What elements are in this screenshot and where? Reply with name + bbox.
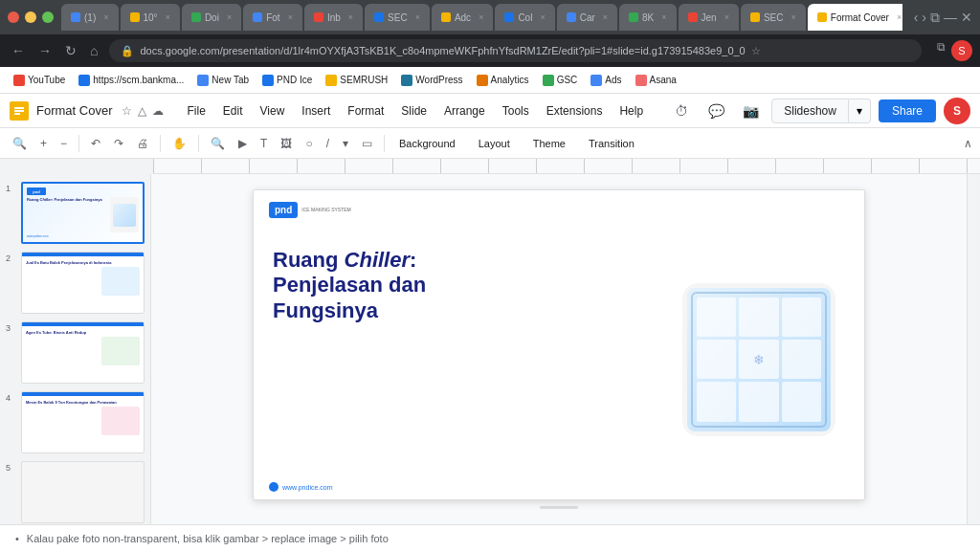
profile-icon[interactable]: S <box>951 40 972 61</box>
slide-item-1[interactable]: 1 pnd Ruang Chiller: Penjelasan dan Fung… <box>6 182 145 244</box>
menu-edit[interactable]: Edit <box>215 101 251 121</box>
tab-12[interactable]: SEC × <box>741 4 806 31</box>
scroll-indicator <box>540 506 578 509</box>
bookmark-gsc[interactable]: GSC <box>537 73 584 88</box>
tab-3[interactable]: Doi × <box>182 4 241 31</box>
image-tool[interactable]: 🖼 <box>276 135 297 152</box>
cloud-icon[interactable]: ☁ <box>152 104 164 118</box>
toolbar-collapse[interactable]: ∧ <box>964 137 972 150</box>
slide-text-area[interactable]: Ruang Chiller: Penjelasan dan Fungsinya <box>273 248 654 471</box>
zoom-percent-tool[interactable]: 🔍 <box>206 135 230 152</box>
comment-icon[interactable]: 💬 <box>702 98 729 124</box>
tab-6[interactable]: SEC × <box>365 4 430 31</box>
slide-thumb-1[interactable]: pnd Ruang Chiller: Penjelasan dan Fungsi… <box>21 182 145 244</box>
shape-tool[interactable]: ○ <box>301 135 317 152</box>
slide-item-3[interactable]: 3 Agen Es Tube: Bisnis Anti Redup <box>6 321 145 384</box>
slide-item-4[interactable]: 4 Mesin Es Balok 9 Ton Keuntungan dan Pe… <box>6 391 145 453</box>
line-tool[interactable]: / <box>322 135 334 152</box>
undo-tool[interactable]: ↶ <box>86 135 105 152</box>
menu-arrange[interactable]: Arrange <box>436 101 493 121</box>
tab-9[interactable]: Car × <box>557 4 617 31</box>
share-button[interactable]: Share <box>879 99 936 122</box>
chiller-image: ❄ <box>682 283 835 436</box>
tab-11[interactable]: Jen × <box>679 4 739 31</box>
tab-1[interactable]: (1) × <box>61 4 119 31</box>
avatar[interactable]: S <box>944 98 970 124</box>
logo-text: pnd <box>275 205 292 215</box>
tab-nav-left-icon[interactable]: ‹ <box>914 10 919 26</box>
tab-format-active[interactable]: Format Cover × <box>808 4 902 31</box>
menu-slide[interactable]: Slide <box>393 101 434 121</box>
slide-item-2[interactable]: 2 Jual Es Batu Balok Penjelasannya di In… <box>6 252 145 314</box>
background-button[interactable]: Background <box>391 135 463 152</box>
browser-chrome: (1) × 10° × Doi × Fot × Inb × SEC × <box>0 0 980 34</box>
star-icon[interactable]: ☆ <box>122 104 132 118</box>
theme-button[interactable]: Theme <box>525 135 573 152</box>
bookmark-asana[interactable]: Asana <box>630 73 682 88</box>
bookmark-pndice[interactable]: PND Ice <box>256 73 318 88</box>
slideshow-dropdown-button[interactable]: ▾ <box>849 99 871 123</box>
bookmark-semrush[interactable]: SEMRUSH <box>320 73 393 88</box>
text-tool[interactable]: T <box>256 135 272 152</box>
bookmark-youtube[interactable]: YouTube <box>8 73 71 88</box>
slide-thumb-3[interactable]: Agen Es Tube: Bisnis Anti Redup <box>21 321 145 384</box>
embed-tool[interactable]: ▭ <box>357 135 377 152</box>
slide-thumb-2[interactable]: Jual Es Batu Balok Penjelasannya di Indo… <box>21 252 145 314</box>
tab-10[interactable]: 8K × <box>619 4 677 31</box>
drive-icon[interactable]: △ <box>138 104 146 118</box>
cursor-tool[interactable]: ▶ <box>234 135 252 152</box>
print-tool[interactable]: 🖨 <box>132 135 153 152</box>
menu-view[interactable]: View <box>253 101 293 121</box>
bookmark-scm[interactable]: https://scm.bankma... <box>73 73 189 88</box>
transition-button[interactable]: Transition <box>581 135 642 152</box>
url-bar[interactable]: 🔒 docs.google.com/presentation/d/1lr4mOY… <box>109 39 922 62</box>
separator-2 <box>160 135 161 152</box>
menu-tools[interactable]: Tools <box>495 101 537 121</box>
slide-image-area[interactable]: ❄ <box>673 248 845 471</box>
bookmark-analytics[interactable]: Analytics <box>471 73 535 88</box>
slide-thumb-5[interactable] <box>21 461 145 523</box>
tab-7[interactable]: Adc × <box>432 4 494 31</box>
menu-help[interactable]: Help <box>612 101 651 121</box>
forward-icon[interactable]: → <box>34 41 56 60</box>
minimize-button[interactable] <box>25 11 36 23</box>
tab-8[interactable]: Col × <box>495 4 554 31</box>
restore-icon[interactable]: ⧉ <box>930 10 940 26</box>
menu-insert[interactable]: Insert <box>294 101 338 121</box>
tab-4[interactable]: Fot × <box>243 4 302 31</box>
bookmark-wordpress[interactable]: WordPress <box>395 73 468 88</box>
bookmark-newtab[interactable]: New Tab <box>191 73 255 88</box>
paint-tool[interactable]: ✋ <box>167 135 191 152</box>
slide-num-3: 3 <box>6 321 17 333</box>
reload-icon[interactable]: ↻ <box>61 41 80 60</box>
slideshow-button[interactable]: Slideshow <box>771 99 849 123</box>
slide-canvas[interactable]: pnd ICE MAKING SYSTEM Ruang Chiller: Pen… <box>253 189 865 500</box>
search-tool[interactable]: 🔍 <box>8 135 32 152</box>
menu-extensions[interactable]: Extensions <box>539 101 611 121</box>
tab-2[interactable]: 10° × <box>121 4 180 31</box>
tab-nav-right-icon[interactable]: › <box>922 10 926 26</box>
menu-format[interactable]: Format <box>340 101 391 121</box>
extensions-icon[interactable]: ⧉ <box>937 40 946 61</box>
close-button[interactable] <box>8 11 19 23</box>
camera-icon[interactable]: 📷 <box>737 98 764 124</box>
zoom-in-tool[interactable]: + <box>35 135 52 152</box>
minimize-icon[interactable]: — <box>944 10 957 26</box>
close-window-icon[interactable]: ✕ <box>961 10 972 26</box>
slide-item-5[interactable]: 5 <box>6 461 145 523</box>
maximize-button[interactable] <box>42 11 54 23</box>
layout-button[interactable]: Layout <box>471 135 518 152</box>
zoom-out-tool[interactable]: − <box>56 135 72 152</box>
back-icon[interactable]: ← <box>8 41 29 60</box>
menu-file[interactable]: File <box>179 101 212 121</box>
bookmark-ads[interactable]: Ads <box>585 73 627 88</box>
history-icon[interactable]: ⏱ <box>668 98 695 124</box>
more-tool[interactable]: ▾ <box>338 135 353 152</box>
bullet-icon-1: • <box>15 533 19 544</box>
home-icon[interactable]: ⌂ <box>86 41 101 60</box>
slide-thumb-4[interactable]: Mesin Es Balok 9 Ton Keuntungan dan Pera… <box>21 391 145 453</box>
bookmark-star-icon[interactable]: ☆ <box>751 45 761 57</box>
separator-1 <box>78 135 79 152</box>
redo-tool[interactable]: ↷ <box>109 135 128 152</box>
tab-5[interactable]: Inb × <box>304 4 363 31</box>
